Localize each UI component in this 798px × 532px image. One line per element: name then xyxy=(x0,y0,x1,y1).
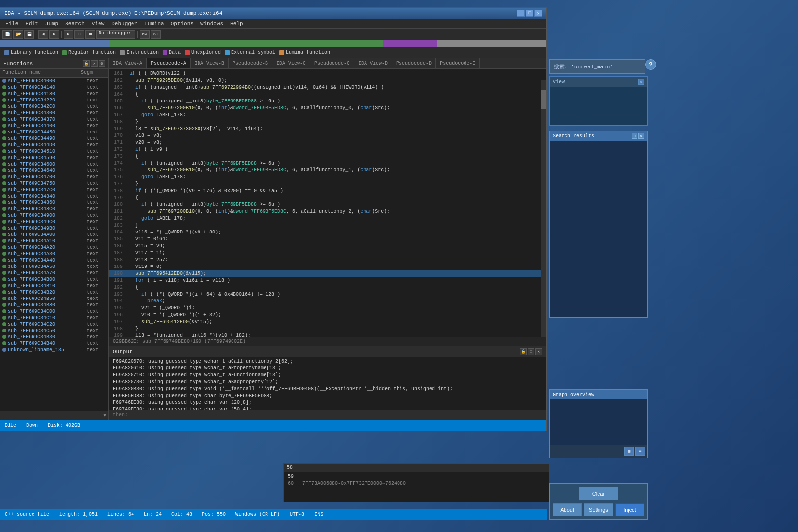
list-item[interactable]: sub_7FF669C349B0 text xyxy=(0,225,108,232)
settings-button[interactable]: Settings xyxy=(584,503,613,516)
list-item[interactable]: sub_7FF669C34590 text xyxy=(0,155,108,161)
menu-jump[interactable]: Jump xyxy=(42,21,61,27)
about-button[interactable]: About xyxy=(553,503,582,516)
list-item[interactable]: sub_7FF669C347C0 text xyxy=(0,187,108,193)
panel-settings-btn[interactable]: ⚙ xyxy=(99,60,105,67)
toolbar-pause[interactable]: ⏸ xyxy=(74,30,84,39)
list-item[interactable]: unknown_libname_135 text xyxy=(0,347,108,353)
list-item[interactable]: sub_7FF669C34A70 text xyxy=(0,270,108,276)
right-panel-close[interactable]: ✕ xyxy=(638,133,644,139)
toolbar-new[interactable]: 📄 xyxy=(2,30,12,39)
list-item[interactable]: sub_7FF669C34640 text xyxy=(0,167,108,174)
toolbar-hex[interactable]: HX xyxy=(140,30,150,39)
toolbar-open[interactable]: 📂 xyxy=(13,30,23,39)
list-item[interactable]: sub_7FF669C34900 text xyxy=(0,212,108,219)
list-item[interactable]: sub_7FF669C34B20 text xyxy=(0,289,108,296)
list-item[interactable]: sub_7FF669C34140 text xyxy=(0,84,108,91)
list-item[interactable]: sub_7FF669C34450 text xyxy=(0,129,108,135)
tab-pseudocode-e[interactable]: Pseudocode-E xyxy=(436,58,480,68)
scrollbar-thumb[interactable] xyxy=(541,90,546,109)
minimize-button[interactable]: ─ xyxy=(517,10,525,17)
list-item[interactable]: sub_7FF669C34B30 text xyxy=(0,334,108,340)
list-item[interactable]: sub_7FF669C34840 text xyxy=(0,193,108,200)
list-item[interactable]: sub_7FF669C34490 text xyxy=(0,135,108,142)
graph-zoom-list[interactable]: ≡ xyxy=(635,447,645,456)
maximize-button[interactable]: □ xyxy=(526,10,533,17)
toolbar-run[interactable]: ▶ xyxy=(64,30,73,39)
list-item[interactable]: sub_7FF669C34B80 text xyxy=(0,302,108,308)
menu-view[interactable]: View xyxy=(89,21,107,27)
output-close-btn[interactable]: ✕ xyxy=(535,348,542,355)
list-item[interactable]: sub_7FF669C34A20 text xyxy=(0,244,108,251)
code-scrollbar[interactable] xyxy=(541,80,546,337)
list-item[interactable]: sub_7FF669C342C0 text xyxy=(0,103,108,110)
toolbar-str[interactable]: ST xyxy=(151,30,161,39)
tab-pseudocode-b[interactable]: Pseudocode-B xyxy=(229,58,272,68)
list-item[interactable]: sub_7FF669C34B00 text xyxy=(0,276,108,283)
list-item[interactable]: sub_7FF669C34A30 text xyxy=(0,251,108,257)
toolbar-stop[interactable]: ⏹ xyxy=(85,30,95,39)
mini-pane-close[interactable]: ✕ xyxy=(638,79,644,85)
list-item[interactable]: sub_7FF669C34180 text xyxy=(0,91,108,97)
tab-ida-view-d[interactable]: IDA View-D xyxy=(354,58,392,68)
list-item[interactable]: sub_7FF669C34C50 text xyxy=(0,328,108,334)
list-item[interactable]: sub_7FF669C34370 text xyxy=(0,116,108,123)
mini-pane-title: View xyxy=(553,79,565,85)
menu-search[interactable]: Search xyxy=(62,21,88,27)
menu-lumina[interactable]: Lumina xyxy=(141,21,167,27)
output-lock-btn[interactable]: 🔒 xyxy=(520,348,527,355)
tab-ida-view-c[interactable]: IDA View-C xyxy=(272,58,310,68)
debugger-dropdown[interactable]: No debugger xyxy=(96,30,135,39)
list-item[interactable]: sub_7FF669C349C0 text xyxy=(0,219,108,225)
menu-edit[interactable]: Edit xyxy=(22,21,41,27)
toolbar-back[interactable]: ◀ xyxy=(38,30,48,39)
list-item[interactable]: sub_7FF669C34000 text xyxy=(0,78,108,84)
toolbar-save[interactable]: 💾 xyxy=(24,30,34,39)
clear-button[interactable]: Clear xyxy=(579,487,618,500)
inject-button[interactable]: Inject xyxy=(615,503,644,516)
menu-debugger[interactable]: Debugger xyxy=(108,21,140,27)
list-item[interactable]: sub_7FF669C34B10 text xyxy=(0,283,108,289)
list-item[interactable]: sub_7FF669C34750 text xyxy=(0,180,108,187)
code-tabs: IDA View-A Pseudocode-A IDA View-B Pseud… xyxy=(109,58,546,69)
panel-close-btn[interactable]: ✕ xyxy=(91,60,98,67)
menu-options[interactable]: Options xyxy=(168,21,197,27)
functions-list[interactable]: sub_7FF669C34000 text sub_7FF669C34140 t… xyxy=(0,78,108,411)
output-maximize-btn[interactable]: □ xyxy=(528,348,534,355)
list-item[interactable]: sub_7FF669C34600 text xyxy=(0,161,108,167)
list-item[interactable]: sub_7FF669C34A10 text xyxy=(0,238,108,244)
list-item[interactable]: sub_7FF669C34300 text xyxy=(0,110,108,116)
menu-windows[interactable]: Windows xyxy=(198,21,226,27)
list-item[interactable]: sub_7FF669C34A40 text xyxy=(0,257,108,264)
list-item[interactable]: sub_7FF669C34C00 text xyxy=(0,308,108,315)
panel-lock-btn[interactable]: 🔒 xyxy=(83,60,90,67)
line-number: 195 xyxy=(111,305,126,311)
menu-help[interactable]: Help xyxy=(227,21,246,27)
tab-pseudocode-a[interactable]: Pseudocode-A xyxy=(147,58,191,68)
close-button[interactable]: ✕ xyxy=(534,10,542,17)
graph-zoom-fit[interactable]: ⊞ xyxy=(624,447,634,456)
list-item[interactable]: sub_7FF669C34860 text xyxy=(0,200,108,206)
toolbar-fwd[interactable]: ▶ xyxy=(49,30,59,39)
list-item[interactable]: sub_7FF669C34700 text xyxy=(0,174,108,180)
list-item[interactable]: sub_7FF669C348C0 text xyxy=(0,206,108,212)
list-item[interactable]: sub_7FF669C344D0 text xyxy=(0,142,108,148)
help-button[interactable]: ? xyxy=(645,59,656,70)
list-item[interactable]: sub_7FF669C34510 text xyxy=(0,148,108,155)
tab-pseudocode-c[interactable]: Pseudocode-C xyxy=(310,58,354,68)
list-item[interactable]: sub_7FF669C34220 text xyxy=(0,97,108,103)
menu-file[interactable]: File xyxy=(2,21,21,27)
list-item[interactable]: sub_7FF669C34A00 text xyxy=(0,232,108,238)
right-panel-maximize[interactable]: □ xyxy=(632,133,637,139)
tab-pseudocode-d[interactable]: Pseudocode-D xyxy=(392,58,436,68)
tab-ida-view-a[interactable]: IDA View-A xyxy=(109,58,147,68)
list-item[interactable]: sub_7FF669C34B40 text xyxy=(0,340,108,347)
code-area[interactable]: 161 if ( (_DWORD)v122 ) 162 sub_7FF69295… xyxy=(109,69,546,337)
list-item[interactable]: sub_7FF669C34400 text xyxy=(0,123,108,129)
list-item[interactable]: sub_7FF669C34A50 text xyxy=(0,264,108,270)
list-item[interactable]: sub_7FF669C34C10 text xyxy=(0,315,108,321)
list-item[interactable]: sub_7FF669C34B50 text xyxy=(0,296,108,302)
list-item[interactable]: sub_7FF669C34C20 text xyxy=(0,321,108,328)
output-input[interactable] xyxy=(113,412,542,418)
tab-ida-view-b[interactable]: IDA View-B xyxy=(191,58,229,68)
